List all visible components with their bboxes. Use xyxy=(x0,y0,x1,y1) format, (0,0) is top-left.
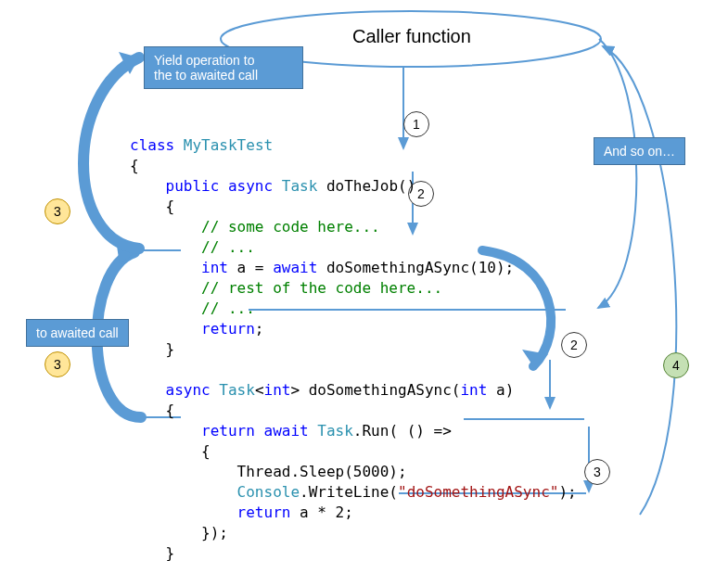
step-4: 4 xyxy=(663,352,689,378)
step-3b: 3 xyxy=(45,351,70,377)
step-3c: 3 xyxy=(584,459,610,485)
code-block: class MyTaskTest { public async Task doT… xyxy=(130,135,577,561)
step-3a: 3 xyxy=(45,198,70,224)
box-yield: Yield operation to the to awaited call xyxy=(144,46,303,89)
box-andsoon: And so on… xyxy=(594,137,685,165)
step-1: 1 xyxy=(403,111,429,137)
caller-title: Caller function xyxy=(352,26,471,47)
box-awaited: to awaited call xyxy=(26,319,129,347)
